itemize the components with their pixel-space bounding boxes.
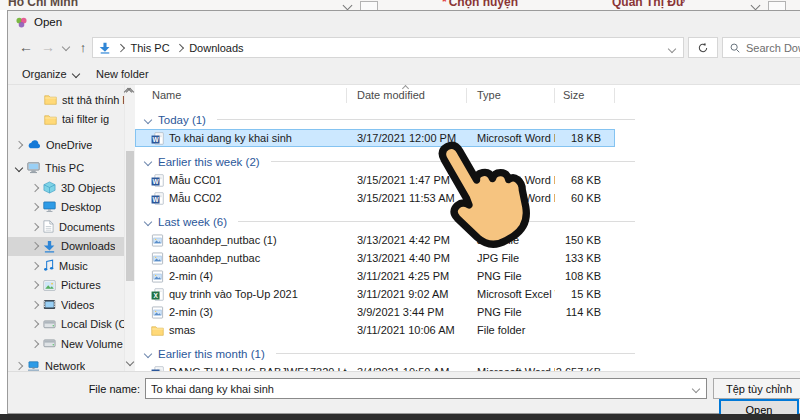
tree-expand-icon[interactable]	[31, 301, 39, 309]
group-header-earlier-this-month-1[interactable]: Earlier this month (1)	[135, 344, 635, 363]
file-name: smas	[169, 324, 195, 336]
file-size: 60 KB	[555, 192, 615, 204]
sidebar-item-new-volume-d[interactable]: New Volume (D:)	[8, 334, 124, 354]
breadcrumb-downloads[interactable]: Downloads	[189, 42, 243, 54]
file-type: PNG File	[467, 306, 555, 318]
image-file-icon	[151, 234, 164, 247]
breadcrumb-this-pc[interactable]: This PC	[131, 42, 170, 54]
file-name: Mẫu CC01	[169, 174, 222, 186]
sidebar-item-stt-th-th-nh-kh[interactable]: stt thả thính khô	[8, 90, 124, 110]
file-type: PNG File	[467, 270, 555, 282]
file-row-smas[interactable]: smas3/11/2021 10:06 AMFile folder	[135, 321, 615, 339]
column-header-type[interactable]: Type	[467, 88, 555, 103]
group-collapse-icon[interactable]	[144, 217, 152, 225]
word-file-icon: W	[151, 132, 164, 145]
scroll-down-icon[interactable]	[126, 358, 134, 366]
up-button[interactable]: ↑	[74, 36, 92, 58]
combobox-dropdown-icon[interactable]	[692, 384, 700, 392]
column-header-name[interactable]: Name	[135, 88, 347, 103]
file-row-to-khai-dang-ky-khai-sinh[interactable]: WTo khai dang ky khai sinh3/17/2021 12:0…	[135, 129, 615, 147]
new-folder-button[interactable]: New folder	[96, 65, 149, 82]
dialog-title: Open	[34, 16, 62, 28]
back-button[interactable]: ←	[16, 36, 36, 58]
scrollbar-thumb[interactable]	[126, 151, 134, 281]
tree-expand-icon[interactable]	[15, 362, 23, 370]
tree-expand-icon[interactable]	[15, 141, 23, 149]
column-header-size[interactable]: Size	[555, 88, 615, 103]
image-file-icon	[151, 270, 164, 283]
recent-locations-button[interactable]	[60, 36, 72, 58]
file-row-m-u-cc01[interactable]: WMẫu CC013/15/2021 1:47 PMMicrosoft Word…	[135, 171, 615, 189]
refresh-button[interactable]	[688, 37, 718, 58]
file-type-dropdown[interactable]: Tệp tùy chỉnh	[713, 378, 800, 399]
search-placeholder: Search Dow	[746, 42, 800, 54]
address-dropdown-icon[interactable]	[668, 45, 676, 53]
tree-expand-icon[interactable]	[31, 223, 39, 231]
open-dialog: Open ← → ↑ This PC Downloads Search Dow	[7, 10, 800, 414]
column-header-row: Name Date modified Type Size	[135, 85, 800, 105]
sidebar-item-documents[interactable]: Documents	[8, 217, 124, 237]
file-row-taoanhdep-nutbac[interactable]: taoanhdep_nutbac3/13/2021 4:40 PMJPG Fil…	[135, 249, 615, 267]
group-collapse-icon[interactable]	[144, 349, 152, 357]
documents-icon	[43, 220, 54, 233]
excel-file-icon: X	[151, 288, 164, 301]
search-input[interactable]: Search Dow	[722, 37, 800, 58]
file-size: 150 KB	[555, 234, 615, 246]
folder-icon	[44, 113, 57, 126]
sidebar-item-this-pc[interactable]: This PC	[8, 159, 124, 179]
file-row-2-min-3[interactable]: 2-min (3)3/9/2021 3:44 PMPNG File114 KB	[135, 303, 615, 321]
file-date-modified: 3/9/2021 3:44 PM	[347, 306, 467, 318]
sidebar-item-videos[interactable]: Videos	[8, 295, 124, 315]
file-type: File folder	[467, 324, 555, 336]
file-name-input[interactable]: To khai dang ky khai sinh	[145, 378, 707, 399]
file-row-m-u-cc02[interactable]: WMẫu CC023/15/2021 11:53 AMMicrosoft Wor…	[135, 189, 615, 207]
file-row-2-min-4[interactable]: 2-min (4)3/11/2021 4:25 PMPNG File108 KB	[135, 267, 615, 285]
sidebar-scrollbar[interactable]	[124, 85, 135, 371]
file-name: Mẫu CC02	[169, 192, 222, 204]
tree-expand-icon[interactable]	[31, 281, 39, 289]
tree-collapse-icon[interactable]	[15, 164, 23, 172]
sidebar-item-label: Downloads	[61, 240, 115, 252]
file-name: 2-min (4)	[169, 270, 213, 282]
sidebar-item-3d-objects[interactable]: 3D Objects	[8, 178, 124, 198]
objects3d-icon	[43, 181, 56, 194]
sidebar-item-tai-filter-ig[interactable]: tai filter ig	[8, 110, 124, 130]
sidebar-item-downloads[interactable]: Downloads	[8, 237, 124, 257]
group-divider	[217, 119, 635, 120]
file-date-modified: 3/15/2021 1:47 PM	[347, 174, 467, 186]
sidebar-item-onedrive[interactable]: OneDrive	[8, 135, 124, 155]
sidebar-item-pictures[interactable]: Pictures	[8, 276, 124, 296]
tree-expand-icon[interactable]	[31, 320, 39, 328]
organize-button[interactable]: Organize	[22, 65, 79, 82]
file-size: 15 KB	[555, 288, 615, 300]
sidebar-item-desktop[interactable]: Desktop	[8, 198, 124, 218]
forward-button[interactable]: →	[38, 36, 58, 58]
tree-expand-icon[interactable]	[31, 203, 39, 211]
group-header-last-week-6[interactable]: Last week (6)	[135, 212, 635, 231]
file-type: JPG File	[467, 252, 555, 264]
tree-expand-icon[interactable]	[31, 262, 39, 270]
file-row-dang-thai-duc-babjwf17320-lt-pb[interactable]: WDANG THAI DUC-BABJWF17320 Lt....PB3/4/2…	[135, 363, 615, 371]
tree-expand-icon[interactable]	[31, 242, 39, 250]
sidebar-item-music[interactable]: Music	[8, 256, 124, 276]
sidebar-item-network[interactable]: Network	[8, 357, 124, 372]
group-collapse-icon[interactable]	[144, 115, 152, 123]
tree-expand-icon[interactable]	[31, 184, 39, 192]
sidebar-item-local-disk-c[interactable]: Local Disk (C:)	[8, 315, 124, 335]
background-text-fragment: *Chọn huyện	[442, 0, 518, 9]
group-header-today-1[interactable]: Today (1)	[135, 110, 635, 129]
group-collapse-icon[interactable]	[144, 157, 152, 165]
file-date-modified: 3/13/2021 4:42 PM	[347, 234, 467, 246]
address-bar[interactable]: This PC Downloads	[92, 37, 684, 58]
file-name: quy trinh vào Top-Up 2021	[169, 288, 298, 300]
group-header-earlier-this-week-2[interactable]: Earlier this week (2)	[135, 152, 635, 171]
tree-expand-icon[interactable]	[31, 340, 39, 348]
file-date-modified: 3/11/2021 10:06 AM	[347, 324, 467, 336]
file-row-taoanhdep-nutbac-1[interactable]: taoanhdep_nutbac (1)3/13/2021 4:42 PMJPG…	[135, 231, 615, 249]
computer-icon	[27, 162, 40, 174]
sidebar-item-label: 3D Objects	[61, 182, 115, 194]
background-page-strip: Hồ Chí Minh *Chọn huyện Quản Thị Đứ	[0, 0, 800, 10]
file-row-quy-trinh-v-o-top-up-2021[interactable]: Xquy trinh vào Top-Up 20213/11/2021 9:02…	[135, 285, 615, 303]
onedrive-icon	[27, 139, 41, 150]
sidebar-tree: stt thả thính khôtai filter igOneDriveTh…	[8, 85, 124, 371]
